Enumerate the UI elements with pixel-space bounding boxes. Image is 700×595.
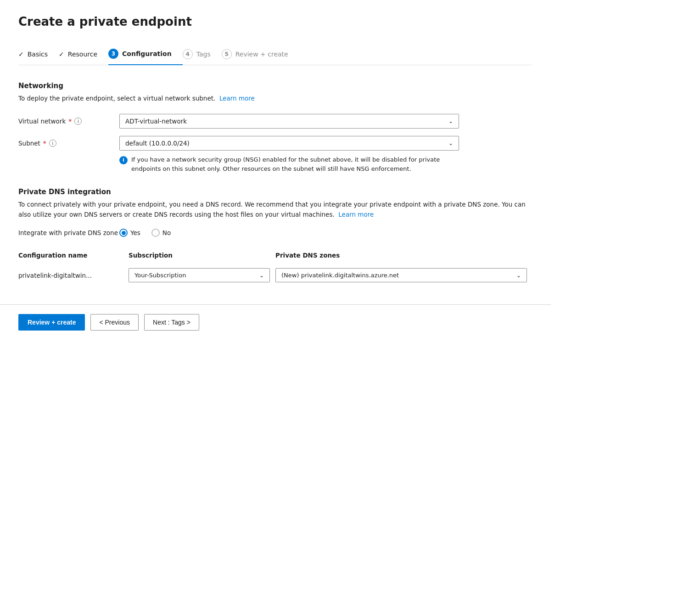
networking-section: Networking To deploy the private endpoin… bbox=[18, 82, 532, 173]
nsg-notice-text: If you have a network security group (NS… bbox=[131, 155, 459, 173]
step-tags[interactable]: 4 Tags bbox=[183, 44, 222, 65]
subscription-value: Your-Subscription bbox=[134, 272, 186, 279]
step-resource[interactable]: ✓ Resource bbox=[59, 45, 108, 63]
subnet-label-group: Subnet * i bbox=[18, 136, 119, 147]
footer: Review + create < Previous Next : Tags > bbox=[18, 305, 532, 340]
subnet-label: Subnet bbox=[18, 140, 40, 147]
radio-yes-label: Yes bbox=[130, 229, 140, 236]
subnet-row: Subnet * i default (10.0.0.0/24) ⌄ i If … bbox=[18, 136, 532, 173]
review-create-button[interactable]: Review + create bbox=[18, 314, 85, 331]
step-basics[interactable]: ✓ Basics bbox=[18, 45, 59, 63]
wizard-steps: ✓ Basics ✓ Resource 3 Configuration 4 Ta… bbox=[18, 43, 532, 65]
step-configuration[interactable]: 3 Configuration bbox=[108, 43, 183, 65]
row-dns-zone: (New) privatelink.digitaltwins.azure.net… bbox=[275, 264, 532, 286]
radio-no[interactable]: No bbox=[151, 229, 171, 237]
radio-options: Yes No bbox=[119, 229, 171, 237]
nsg-info-circle-icon: i bbox=[119, 156, 128, 164]
resource-check-icon: ✓ bbox=[59, 51, 64, 58]
networking-learn-more[interactable]: Learn more bbox=[219, 95, 255, 102]
row-subscription: Your-Subscription ⌄ bbox=[129, 264, 275, 286]
private-dns-section: Private DNS integration To connect priva… bbox=[18, 188, 532, 286]
virtual-network-value: ADT-virtual-network bbox=[125, 118, 187, 125]
private-dns-learn-more[interactable]: Learn more bbox=[338, 211, 374, 218]
private-dns-description: To connect privately with your private e… bbox=[18, 200, 532, 219]
virtual-network-label: Virtual network bbox=[18, 118, 66, 125]
col-subscription: Subscription bbox=[129, 248, 275, 264]
subscription-chevron-icon: ⌄ bbox=[259, 272, 264, 279]
dns-zone-chevron-icon: ⌄ bbox=[516, 272, 521, 279]
subnet-dropdown[interactable]: default (10.0.0.0/24) ⌄ bbox=[119, 136, 459, 151]
integrate-dns-row: Integrate with private DNS zone Yes No bbox=[18, 229, 532, 237]
col-config-name: Configuration name bbox=[18, 248, 129, 264]
virtual-network-required: * bbox=[68, 118, 72, 125]
radio-no-circle bbox=[151, 229, 160, 237]
radio-yes-circle bbox=[119, 229, 128, 237]
step-tags-label: Tags bbox=[196, 51, 211, 58]
row-config-name: privatelink-digitaltwin... bbox=[18, 264, 129, 286]
subnet-value: default (10.0.0.0/24) bbox=[125, 140, 190, 147]
basics-check-icon: ✓ bbox=[18, 51, 24, 58]
subnet-required: * bbox=[43, 140, 46, 147]
subnet-chevron-icon: ⌄ bbox=[448, 140, 453, 146]
virtual-network-dropdown[interactable]: ADT-virtual-network ⌄ bbox=[119, 114, 459, 129]
virtual-network-chevron-icon: ⌄ bbox=[448, 118, 453, 124]
col-dns-zones: Private DNS zones bbox=[275, 248, 532, 264]
table-row: privatelink-digitaltwin... Your-Subscrip… bbox=[18, 264, 532, 286]
private-dns-title: Private DNS integration bbox=[18, 188, 532, 196]
radio-yes[interactable]: Yes bbox=[119, 229, 140, 237]
virtual-network-control: ADT-virtual-network ⌄ bbox=[119, 114, 532, 129]
networking-title: Networking bbox=[18, 82, 532, 90]
step-basics-label: Basics bbox=[28, 51, 48, 58]
review-create-number: 5 bbox=[222, 49, 232, 59]
tags-number: 4 bbox=[183, 49, 193, 59]
integrate-dns-label: Integrate with private DNS zone bbox=[18, 229, 119, 236]
virtual-network-info-icon[interactable]: i bbox=[74, 118, 82, 125]
radio-no-label: No bbox=[162, 229, 171, 236]
nsg-notice-box: i If you have a network security group (… bbox=[119, 155, 459, 173]
step-review-create-label: Review + create bbox=[235, 51, 288, 58]
subnet-control: default (10.0.0.0/24) ⌄ i If you have a … bbox=[119, 136, 532, 173]
step-configuration-label: Configuration bbox=[122, 50, 172, 57]
radio-yes-dot bbox=[122, 231, 126, 235]
configuration-number: 3 bbox=[108, 49, 118, 59]
page-title: Create a private endpoint bbox=[18, 15, 532, 28]
previous-button[interactable]: < Previous bbox=[90, 314, 139, 331]
dns-zone-value: (New) privatelink.digitaltwins.azure.net bbox=[281, 272, 399, 279]
virtual-network-row: Virtual network * i ADT-virtual-network … bbox=[18, 114, 532, 129]
step-review-create[interactable]: 5 Review + create bbox=[222, 44, 299, 65]
dns-zone-dropdown[interactable]: (New) privatelink.digitaltwins.azure.net… bbox=[275, 268, 527, 282]
networking-description: To deploy the private endpoint, select a… bbox=[18, 94, 532, 103]
next-button[interactable]: Next : Tags > bbox=[144, 314, 199, 331]
subnet-info-icon[interactable]: i bbox=[49, 140, 56, 147]
step-resource-label: Resource bbox=[68, 51, 97, 58]
virtual-network-label-group: Virtual network * i bbox=[18, 114, 119, 125]
subscription-dropdown[interactable]: Your-Subscription ⌄ bbox=[129, 268, 270, 282]
dns-table: Configuration name Subscription Private … bbox=[18, 248, 532, 286]
